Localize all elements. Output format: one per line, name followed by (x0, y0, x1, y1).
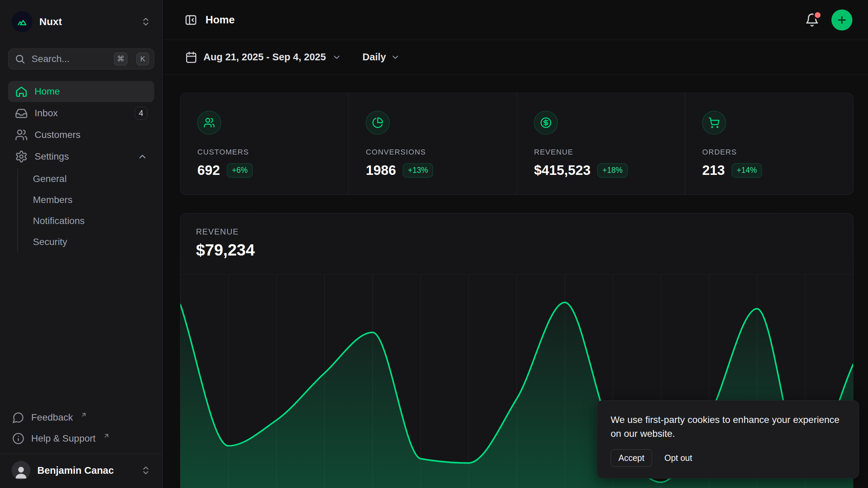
feedback-label: Feedback (31, 412, 73, 423)
stat-label: CUSTOMERS (197, 148, 332, 157)
revenue-chart-header: REVENUE $79,234 (180, 214, 853, 274)
sidebar-item-general[interactable]: General (18, 168, 154, 189)
inbox-count-badge: 4 (135, 107, 147, 120)
chevrons-up-down-icon (141, 17, 151, 27)
stats-grid: CUSTOMERS 692 +6% CONVERSIONS 1986 +13% (180, 93, 853, 195)
feedback-link[interactable]: Feedback (8, 407, 154, 428)
sidebar-item-inbox[interactable]: Inbox 4 (8, 103, 154, 124)
sidebar-item-members[interactable]: Members (18, 189, 154, 210)
inbox-icon (15, 107, 28, 120)
sidebar-item-security[interactable]: Security (18, 231, 154, 252)
chevrons-up-down-icon (141, 465, 151, 475)
stat-card-customers: CUSTOMERS 692 +6% (180, 93, 349, 195)
search-icon (15, 54, 25, 64)
stat-card-revenue: REVENUE $415,523 +18% (517, 93, 685, 195)
help-support-link[interactable]: Help & Support (8, 428, 154, 449)
unread-notification-dot (815, 12, 821, 18)
chevron-down-icon (332, 53, 341, 62)
stat-value: $415,523 (534, 163, 591, 178)
stat-label: REVENUE (534, 148, 668, 157)
cookie-consent-banner: We use first-party cookies to enhance yo… (597, 400, 859, 479)
chevron-down-icon (391, 53, 400, 62)
stat-value: 213 (702, 163, 725, 178)
plus-icon (836, 14, 848, 26)
sidebar-item-label: Home (35, 86, 147, 97)
kbd-k: K (136, 53, 149, 65)
sidebar-item-settings[interactable]: Settings (8, 146, 154, 167)
nuxt-logo-icon (12, 11, 33, 32)
sidebar-item-home[interactable]: Home (8, 81, 154, 102)
user-name: Benjamin Canac (37, 465, 134, 476)
sidebar: Nuxt Search... ⌘ K Home Inbox 4 (0, 0, 163, 488)
sidebar-item-customers[interactable]: Customers (8, 124, 154, 145)
info-circle-icon (12, 432, 24, 445)
sidebar-item-label: Inbox (35, 108, 128, 119)
sidebar-footer: Feedback Help & Support Benjamin Canac (8, 407, 154, 488)
calendar-icon (185, 51, 197, 63)
date-range-value: Aug 21, 2025 - Sep 4, 2025 (203, 52, 326, 63)
circle-dollar-icon (534, 111, 558, 135)
team-switcher[interactable]: Nuxt (12, 11, 151, 32)
cookie-message: We use first-party cookies to enhance yo… (611, 413, 845, 441)
sidebar-item-label: Settings (35, 151, 131, 162)
revenue-chart-label: REVENUE (196, 227, 837, 237)
home-icon (15, 85, 28, 98)
stat-delta-badge: +6% (227, 163, 253, 178)
gear-icon (15, 150, 28, 163)
stat-value: 1986 (366, 163, 396, 178)
user-photo-avatar (12, 461, 31, 480)
arrow-up-right-icon (80, 411, 87, 418)
user-menu[interactable]: Benjamin Canac (8, 454, 154, 488)
date-range-picker[interactable]: Aug 21, 2025 - Sep 4, 2025 (185, 51, 341, 63)
revenue-chart-value: $79,234 (196, 241, 837, 259)
granularity-value: Daily (362, 52, 386, 63)
search-placeholder: Search... (32, 54, 108, 64)
kbd-cmd: ⌘ (114, 53, 127, 65)
add-button[interactable] (831, 9, 852, 30)
arrow-up-right-icon (103, 432, 110, 439)
shopping-cart-icon (702, 111, 726, 135)
sidebar-item-notifications[interactable]: Notifications (18, 210, 154, 231)
topbar: Home (163, 0, 868, 40)
main-area: Home Aug 21, 2025 - Sep 4, 2025 Daily (163, 0, 868, 488)
page-title: Home (205, 14, 235, 26)
sidebar-item-label: Customers (35, 129, 147, 140)
help-support-label: Help & Support (31, 433, 96, 444)
stat-value: 692 (197, 163, 220, 178)
pie-chart-icon (366, 111, 390, 135)
stat-card-orders: ORDERS 213 +14% (685, 93, 853, 195)
users-icon (15, 128, 28, 141)
cookie-accept-button[interactable]: Accept (611, 449, 652, 467)
notifications-button[interactable] (805, 13, 819, 27)
users-icon (197, 111, 221, 135)
team-name: Nuxt (39, 16, 134, 27)
cookie-optout-button[interactable]: Opt out (664, 453, 692, 463)
settings-subnav: General Members Notifications Security (17, 168, 154, 252)
chevron-up-icon (137, 151, 147, 162)
sidebar-nav: Home Inbox 4 Customers Settings Ge (8, 81, 154, 407)
stat-delta-badge: +14% (732, 163, 762, 178)
stat-label: ORDERS (702, 148, 836, 157)
search-input[interactable]: Search... ⌘ K (8, 48, 154, 69)
sidebar-collapse-button[interactable] (184, 14, 197, 26)
stat-label: CONVERSIONS (366, 148, 500, 157)
chat-bubble-icon (12, 411, 24, 424)
stat-card-conversions: CONVERSIONS 1986 +13% (349, 93, 517, 195)
stat-delta-badge: +13% (403, 163, 433, 178)
granularity-select[interactable]: Daily (362, 52, 400, 63)
stat-delta-badge: +18% (597, 163, 628, 178)
filter-toolbar: Aug 21, 2025 - Sep 4, 2025 Daily (163, 40, 868, 75)
